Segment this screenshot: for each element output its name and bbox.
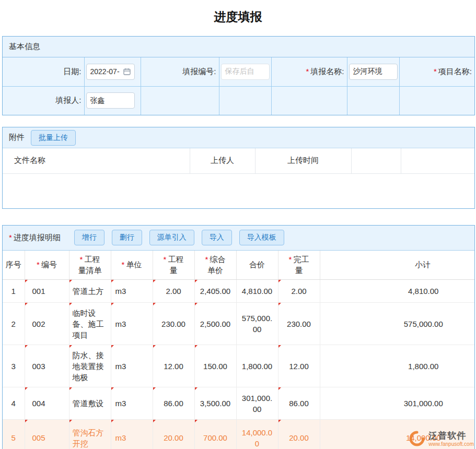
filler-field-cell: 张鑫	[84, 86, 141, 115]
cell-unit[interactable]: m3	[111, 420, 153, 449]
cell-done-qty[interactable]: 12.00	[278, 345, 320, 387]
corner-marker-icon	[25, 345, 28, 348]
cell-unit-price[interactable]: 2,500.00	[194, 303, 236, 345]
add-row-button[interactable]: 增行	[74, 230, 105, 245]
attachments-empty-area	[3, 174, 474, 208]
cell-code[interactable]: 002	[25, 303, 69, 345]
required-mark: *	[289, 255, 292, 264]
corner-marker-icon	[278, 345, 281, 348]
cell-no: 3	[3, 345, 25, 387]
cell-qty[interactable]: 12.00	[153, 345, 194, 387]
cell-total-price: 4,810.00	[236, 280, 278, 303]
filler-label: 填报人:	[55, 96, 81, 104]
basic-info-form: 日期: 2022-07-	[3, 57, 474, 115]
filler-input[interactable]: 张鑫	[86, 92, 135, 109]
empty-cell	[219, 86, 271, 115]
cell-code[interactable]: 001	[25, 280, 69, 303]
corner-marker-icon	[278, 280, 281, 282]
empty-cell	[347, 86, 399, 115]
col-header-total-price: 合价	[236, 251, 278, 280]
cell-unit-price[interactable]: 700.00	[194, 420, 236, 449]
cell-boq[interactable]: 管道土方	[69, 280, 111, 303]
corner-marker-icon	[278, 420, 281, 422]
report-no-input: 保存后自	[221, 64, 270, 80]
col-header-uploader: 上传人	[190, 148, 255, 173]
batch-upload-button[interactable]: 批量上传	[31, 130, 76, 146]
cell-qty[interactable]: 20.00	[153, 420, 194, 449]
cell-no: 2	[3, 303, 25, 345]
project-name-label: 项目名称:	[438, 67, 472, 76]
cell-unit-price[interactable]: 3,500.00	[194, 387, 236, 420]
col-header-file-name: 文件名称	[3, 148, 190, 173]
delete-row-button[interactable]: 删行	[112, 230, 142, 245]
cell-code[interactable]: 003	[25, 345, 69, 387]
corner-marker-icon	[195, 345, 198, 348]
col-header-no: 序号	[3, 251, 25, 280]
required-mark: *	[306, 67, 309, 76]
details-section: *进度填报明细 增行 删行 源单引入 导入 导入模板 序号 *编号 *工程 量清…	[2, 225, 475, 449]
import-button[interactable]: 导入	[202, 230, 232, 245]
required-mark: *	[122, 260, 125, 269]
form-row: 日期: 2022-07-	[3, 57, 474, 86]
form-row: 填报人: 张鑫	[3, 86, 474, 115]
cell-qty[interactable]: 86.00	[153, 387, 194, 420]
report-no-label: 填报编号:	[182, 67, 216, 76]
report-name-input[interactable]: 沙河环境	[349, 64, 398, 80]
cell-no: 1	[3, 280, 25, 303]
report-no-label-cell: 填报编号:	[141, 57, 219, 86]
source-import-button[interactable]: 源单引入	[149, 230, 194, 245]
cell-done-qty[interactable]: 230.00	[278, 303, 320, 345]
corner-marker-icon	[69, 345, 72, 348]
empty-cell	[399, 86, 474, 115]
cell-done-qty[interactable]: 20.00	[278, 420, 320, 449]
cell-no: 5	[3, 420, 25, 449]
date-label-cell: 日期:	[3, 57, 84, 86]
cell-unit[interactable]: m3	[111, 303, 153, 345]
cell-done-qty[interactable]: 86.00	[278, 387, 320, 420]
corner-marker-icon	[195, 420, 198, 422]
col-header-upload-time: 上传时间	[255, 148, 351, 173]
cell-boq[interactable]: 防水、接地装置接地极	[69, 345, 111, 387]
progress-report-page: 进度填报 基本信息 日期: 2022-07-	[0, 0, 476, 449]
corner-marker-icon	[153, 387, 156, 390]
cell-boq[interactable]: 管道敷设	[69, 387, 111, 420]
cell-code[interactable]: 004	[25, 387, 69, 420]
calendar-icon[interactable]	[123, 68, 131, 75]
cell-total-price: 14,000.00	[236, 420, 278, 449]
cell-unit[interactable]: m3	[111, 280, 153, 303]
required-mark: *	[9, 233, 12, 242]
corner-marker-icon	[111, 387, 114, 390]
cell-boq[interactable]: 管沟石方开挖	[69, 420, 111, 449]
corner-marker-icon	[111, 420, 114, 422]
corner-marker-icon	[69, 280, 72, 282]
basic-info-title: 基本信息	[9, 42, 40, 52]
project-name-label-cell: *项目名称:	[399, 57, 474, 86]
corner-marker-icon	[25, 303, 28, 305]
table-row: 3 003 防水、接地装置接地极 m3 12.00 150.00 1,800.0…	[3, 345, 474, 387]
col-header-qty: *工程 量	[153, 251, 194, 280]
cell-unit[interactable]: m3	[111, 387, 153, 420]
basic-info-section: 基本信息 日期: 2022-07-	[2, 36, 475, 115]
page-title: 进度填报	[0, 0, 476, 36]
cell-boq[interactable]: 临时设备、施工项目	[69, 303, 111, 345]
col-header-code: *编号	[25, 251, 69, 280]
import-template-button[interactable]: 导入模板	[239, 230, 284, 245]
date-input[interactable]: 2022-07-	[86, 64, 135, 80]
cell-unit[interactable]: m3	[111, 345, 153, 387]
corner-marker-icon	[69, 387, 72, 390]
cell-qty[interactable]: 2.00	[153, 280, 194, 303]
cell-code[interactable]: 005	[25, 420, 69, 449]
col-header-unit: *单位	[111, 251, 153, 280]
report-name-field-cell: 沙河环境	[347, 57, 399, 86]
basic-info-header: 基本信息	[3, 37, 474, 57]
cell-qty[interactable]: 230.00	[153, 303, 194, 345]
attachments-table: 文件名称 上传人 上传时间	[3, 148, 474, 174]
cell-done-qty[interactable]: 2.00	[278, 280, 320, 303]
report-no-placeholder: 保存后自	[225, 67, 254, 76]
cell-unit-price[interactable]: 150.00	[194, 345, 236, 387]
required-mark: *	[164, 255, 167, 264]
cell-no: 4	[3, 387, 25, 420]
cell-subtotal: 14,000.00	[320, 420, 474, 449]
cell-unit-price[interactable]: 2,405.00	[194, 280, 236, 303]
corner-marker-icon	[153, 345, 156, 348]
